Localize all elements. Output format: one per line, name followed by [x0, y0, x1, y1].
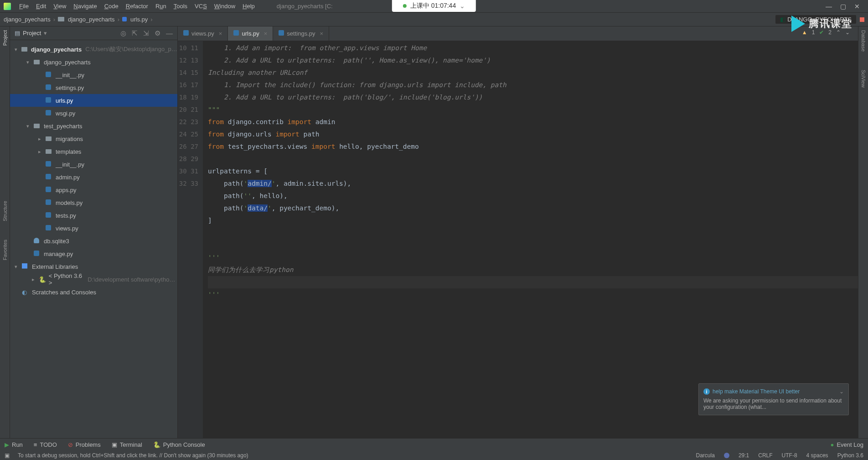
tree-item-views-py[interactable]: views.py [10, 222, 177, 235]
menu-code[interactable]: Code [101, 0, 122, 12]
tab-settings-py[interactable]: settings.py× [273, 26, 329, 41]
py-icon [46, 110, 53, 117]
settings-icon[interactable]: ⚙ [155, 29, 160, 37]
tree-python-sdk[interactable]: ▸🐍 < Python 3.6 > D:\development softwar… [10, 273, 177, 286]
status-theme[interactable]: Darcula [696, 452, 715, 459]
window-close[interactable]: ✕ [854, 3, 860, 10]
notification-expand-icon[interactable]: ⌄ [839, 388, 844, 395]
library-icon [22, 263, 29, 270]
info-icon: i [703, 388, 710, 395]
close-icon[interactable]: × [219, 30, 222, 37]
project-tree[interactable]: ▾ django_pyecharts C:\Users\酸安\Desktop\d… [10, 40, 177, 438]
tool-problems[interactable]: ⊘Problems [68, 441, 101, 448]
breadcrumb-2[interactable]: urls.py [122, 16, 148, 23]
status-message: To start a debug session, hold Ctrl+Shif… [18, 452, 248, 459]
close-icon[interactable]: × [320, 30, 324, 37]
scratches-icon: ◐ [22, 289, 29, 296]
py-icon [34, 251, 41, 257]
status-encoding[interactable]: UTF-8 [782, 452, 797, 459]
tool-event-log[interactable]: ●Event Log [831, 441, 863, 448]
project-view-dropdown[interactable]: ▾ [44, 30, 47, 37]
folder-icon [21, 46, 28, 53]
menu-navigate[interactable]: Navigate [70, 0, 100, 12]
line-number-gutter[interactable]: 10 11 12 13 14 15 16 17 18 19 20 21 22 2… [178, 41, 203, 438]
tool-database[interactable]: Database [861, 30, 866, 52]
status-bar: ▣ To start a debug session, hold Ctrl+Sh… [0, 451, 868, 460]
tree-item-migrations[interactable]: ▸migrations [10, 132, 177, 145]
tool-favorites[interactable]: Favorites [2, 240, 8, 260]
tree-item-settings-py[interactable]: settings.py [10, 81, 177, 94]
tree-item-templates[interactable]: ▸templates [10, 145, 177, 158]
theme-indicator-icon [724, 453, 729, 458]
tree-item-urls-py[interactable]: urls.py [10, 94, 177, 107]
navigation-bar: django_pyecharts › django_pyecharts › ur… [0, 13, 868, 26]
tree-item-test_pyecharts[interactable]: ▾test_pyecharts [10, 120, 177, 132]
close-icon[interactable]: × [264, 30, 268, 37]
menu-vcs[interactable]: VCS [191, 0, 211, 12]
locate-icon[interactable]: ◎ [120, 29, 126, 37]
tree-item-wsgi-py[interactable]: wsgi.py [10, 107, 177, 120]
tool-terminal[interactable]: ▣Terminal [112, 441, 142, 448]
tree-item-db-sqlite3[interactable]: db.sqlite3 [10, 235, 177, 247]
tree-item-tests-py[interactable]: tests.py [10, 209, 177, 222]
expand-all-icon[interactable]: ⇱ [132, 29, 138, 37]
tool-sciview[interactable]: SciView [861, 70, 866, 88]
tab-views-py[interactable]: views.py× [178, 26, 228, 41]
tree-item-__init__-py[interactable]: __init__.py [10, 68, 177, 81]
window-restore[interactable]: ▢ [840, 3, 846, 10]
status-indent[interactable]: 4 spaces [806, 452, 828, 459]
recording-overlay[interactable]: 上课中 01:07:44 ⌄ [392, 0, 476, 12]
hide-icon[interactable]: — [166, 29, 173, 37]
collapse-all-icon[interactable]: ⇲ [143, 29, 149, 37]
tree-scratches[interactable]: ◐ Scratches and Consoles [10, 286, 177, 298]
dir-icon [34, 59, 41, 66]
window-minimize[interactable]: — [826, 3, 832, 10]
tree-root[interactable]: ▾ django_pyecharts C:\Users\酸安\Desktop\d… [10, 43, 177, 56]
code-editor[interactable]: 1. Add an import: from other_app.views i… [203, 41, 858, 438]
tool-run[interactable]: ▶Run [5, 441, 23, 448]
tab-urls-py[interactable]: urls.py× [228, 26, 273, 41]
tool-project[interactable]: Project [2, 30, 8, 46]
play-icon [791, 16, 805, 32]
breadcrumb-0[interactable]: django_pyecharts [4, 16, 51, 23]
editor-tabs: views.py×urls.py×settings.py× [178, 26, 858, 41]
tree-item-django_pyecharts[interactable]: ▾django_pyecharts [10, 56, 177, 68]
menu-tools[interactable]: Tools [170, 0, 191, 12]
tool-structure[interactable]: Structure [2, 201, 8, 221]
status-interpreter[interactable]: Python 3.6 [837, 452, 863, 459]
dir-icon [46, 148, 53, 155]
menu-window[interactable]: Window [211, 0, 239, 12]
tree-external-libs[interactable]: ▾ External Libraries [10, 260, 177, 273]
menu-file[interactable]: File [16, 0, 32, 12]
project-tool-icon: ▤ [15, 30, 20, 37]
recording-label: 上课中 01:07:44 [410, 2, 456, 10]
tool-window-toggle-icon[interactable]: ▣ [5, 452, 10, 459]
menu-run[interactable]: Run [152, 0, 170, 12]
tree-item-apps-py[interactable]: apps.py [10, 183, 177, 196]
py-icon [46, 72, 53, 78]
tree-item-admin-py[interactable]: admin.py [10, 171, 177, 183]
python-file-icon [233, 30, 239, 37]
menu-view[interactable]: View [50, 0, 70, 12]
notification-balloon[interactable]: i help make Material Theme UI better ⌄ W… [698, 383, 849, 415]
menu-edit[interactable]: Edit [32, 0, 50, 12]
tree-item-models-py[interactable]: models.py [10, 196, 177, 209]
todo-icon: ≡ [34, 441, 37, 448]
tool-python-console[interactable]: 🐍Python Console [153, 441, 205, 448]
menu-help[interactable]: Help [239, 0, 258, 12]
editor-area: views.py×urls.py×settings.py× ▲1 ✔2 ⌃ ⌄ … [178, 26, 858, 438]
recording-dropdown-icon[interactable]: ⌄ [460, 2, 465, 10]
dir-icon [46, 136, 53, 142]
menu-refactor[interactable]: Refactor [122, 0, 152, 12]
tree-item-__init__-py[interactable]: __init__.py [10, 158, 177, 171]
status-line-ending[interactable]: CRLF [758, 452, 772, 459]
tree-item-manage-py[interactable]: manage.py [10, 247, 177, 260]
py-icon [46, 187, 53, 193]
tool-todo[interactable]: ≡TODO [34, 441, 57, 448]
db-icon [34, 238, 41, 245]
event-log-icon: ● [831, 441, 834, 448]
status-position[interactable]: 29:1 [739, 452, 749, 459]
py-icon [46, 212, 53, 219]
breadcrumb-1[interactable]: django_pyecharts [58, 16, 115, 23]
python-file-icon [279, 30, 284, 37]
